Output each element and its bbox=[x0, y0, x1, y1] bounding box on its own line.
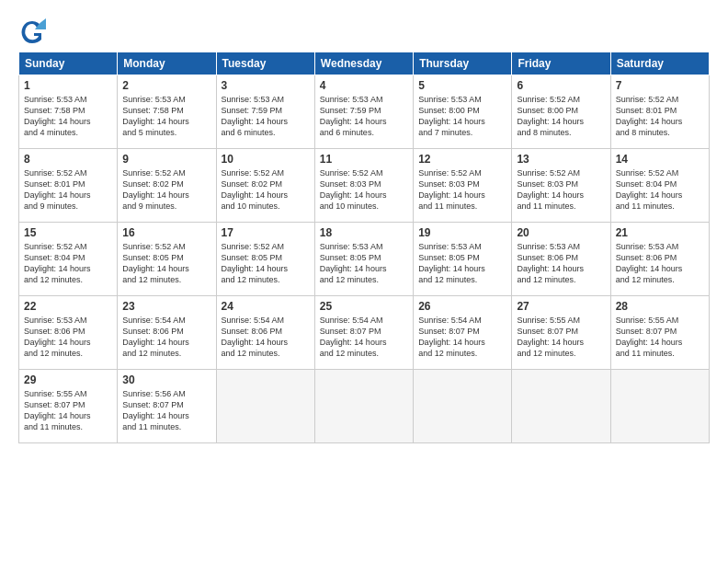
cell-info: Sunrise: 5:54 AMSunset: 8:07 PMDaylight:… bbox=[320, 315, 408, 360]
cell-info: Sunrise: 5:53 AMSunset: 8:00 PMDaylight:… bbox=[418, 94, 506, 139]
calendar-cell: 9Sunrise: 5:52 AMSunset: 8:02 PMDaylight… bbox=[118, 149, 216, 223]
calendar-cell: 17Sunrise: 5:52 AMSunset: 8:05 PMDayligh… bbox=[216, 223, 314, 296]
calendar-cell: 26Sunrise: 5:54 AMSunset: 8:07 PMDayligh… bbox=[414, 296, 512, 370]
day-number: 30 bbox=[122, 373, 210, 386]
cell-info: Sunrise: 5:53 AMSunset: 7:59 PMDaylight:… bbox=[222, 94, 310, 139]
day-number: 9 bbox=[122, 153, 210, 166]
calendar-cell: 6Sunrise: 5:52 AMSunset: 8:00 PMDaylight… bbox=[512, 75, 610, 149]
calendar-cell: 21Sunrise: 5:53 AMSunset: 8:06 PMDayligh… bbox=[610, 223, 709, 296]
weekday-header-thursday: Thursday bbox=[414, 52, 512, 75]
calendar-cell: 2Sunrise: 5:53 AMSunset: 7:58 PMDaylight… bbox=[118, 75, 216, 149]
calendar-row-0: 1Sunrise: 5:53 AMSunset: 7:58 PMDaylight… bbox=[19, 75, 710, 149]
day-number: 1 bbox=[24, 79, 112, 92]
day-number: 13 bbox=[517, 153, 605, 166]
cell-info: Sunrise: 5:52 AMSunset: 8:01 PMDaylight:… bbox=[24, 167, 112, 213]
cell-info: Sunrise: 5:55 AMSunset: 8:07 PMDaylight:… bbox=[24, 388, 112, 433]
day-number: 16 bbox=[122, 226, 210, 239]
cell-info: Sunrise: 5:54 AMSunset: 8:06 PMDaylight:… bbox=[222, 315, 310, 360]
day-number: 20 bbox=[517, 226, 605, 239]
weekday-header-row: SundayMondayTuesdayWednesdayThursdayFrid… bbox=[19, 52, 710, 75]
calendar-cell: 19Sunrise: 5:53 AMSunset: 8:05 PMDayligh… bbox=[414, 223, 512, 296]
day-number: 23 bbox=[122, 300, 210, 313]
calendar-row-2: 15Sunrise: 5:52 AMSunset: 8:04 PMDayligh… bbox=[19, 223, 710, 296]
cell-info: Sunrise: 5:53 AMSunset: 7:58 PMDaylight:… bbox=[24, 94, 112, 139]
day-number: 27 bbox=[517, 300, 605, 313]
cell-info: Sunrise: 5:52 AMSunset: 8:04 PMDaylight:… bbox=[616, 167, 704, 213]
day-number: 5 bbox=[418, 79, 506, 92]
calendar-cell bbox=[610, 370, 709, 443]
day-number: 11 bbox=[320, 153, 408, 166]
calendar-cell: 10Sunrise: 5:52 AMSunset: 8:02 PMDayligh… bbox=[216, 149, 314, 223]
cell-info: Sunrise: 5:52 AMSunset: 8:01 PMDaylight:… bbox=[616, 94, 704, 139]
cell-info: Sunrise: 5:53 AMSunset: 8:06 PMDaylight:… bbox=[616, 241, 704, 286]
cell-info: Sunrise: 5:53 AMSunset: 8:05 PMDaylight:… bbox=[418, 241, 506, 286]
cell-info: Sunrise: 5:52 AMSunset: 8:02 PMDaylight:… bbox=[122, 167, 210, 213]
cell-info: Sunrise: 5:52 AMSunset: 8:03 PMDaylight:… bbox=[517, 167, 605, 213]
calendar-cell: 8Sunrise: 5:52 AMSunset: 8:01 PMDaylight… bbox=[19, 149, 118, 223]
cell-info: Sunrise: 5:53 AMSunset: 7:58 PMDaylight:… bbox=[122, 94, 210, 139]
day-number: 18 bbox=[320, 226, 408, 239]
calendar-cell: 5Sunrise: 5:53 AMSunset: 8:00 PMDaylight… bbox=[414, 75, 512, 149]
calendar-cell bbox=[414, 370, 512, 443]
calendar-cell bbox=[216, 370, 314, 443]
calendar-row-1: 8Sunrise: 5:52 AMSunset: 8:01 PMDaylight… bbox=[19, 149, 710, 223]
calendar-cell bbox=[512, 370, 610, 443]
calendar-row-3: 22Sunrise: 5:53 AMSunset: 8:06 PMDayligh… bbox=[19, 296, 710, 370]
calendar-cell: 28Sunrise: 5:55 AMSunset: 8:07 PMDayligh… bbox=[610, 296, 709, 370]
day-number: 25 bbox=[320, 300, 408, 313]
calendar-cell: 1Sunrise: 5:53 AMSunset: 7:58 PMDaylight… bbox=[19, 75, 118, 149]
day-number: 24 bbox=[222, 300, 310, 313]
calendar-cell: 25Sunrise: 5:54 AMSunset: 8:07 PMDayligh… bbox=[314, 296, 413, 370]
cell-info: Sunrise: 5:52 AMSunset: 8:05 PMDaylight:… bbox=[122, 241, 210, 286]
cell-info: Sunrise: 5:53 AMSunset: 7:59 PMDaylight:… bbox=[320, 94, 408, 139]
calendar-cell: 3Sunrise: 5:53 AMSunset: 7:59 PMDaylight… bbox=[216, 75, 314, 149]
calendar-cell: 4Sunrise: 5:53 AMSunset: 7:59 PMDaylight… bbox=[314, 75, 413, 149]
calendar-row-4: 29Sunrise: 5:55 AMSunset: 8:07 PMDayligh… bbox=[19, 370, 710, 443]
day-number: 4 bbox=[320, 79, 408, 92]
day-number: 12 bbox=[418, 153, 506, 166]
weekday-header-wednesday: Wednesday bbox=[314, 52, 413, 75]
calendar-cell: 11Sunrise: 5:52 AMSunset: 8:03 PMDayligh… bbox=[314, 149, 413, 223]
cell-info: Sunrise: 5:53 AMSunset: 8:05 PMDaylight:… bbox=[320, 241, 408, 286]
calendar-cell: 22Sunrise: 5:53 AMSunset: 8:06 PMDayligh… bbox=[19, 296, 118, 370]
cell-info: Sunrise: 5:54 AMSunset: 8:06 PMDaylight:… bbox=[122, 315, 210, 360]
day-number: 17 bbox=[222, 226, 310, 239]
cell-info: Sunrise: 5:55 AMSunset: 8:07 PMDaylight:… bbox=[616, 315, 704, 360]
weekday-header-tuesday: Tuesday bbox=[216, 52, 314, 75]
cell-info: Sunrise: 5:53 AMSunset: 8:06 PMDaylight:… bbox=[24, 315, 112, 360]
day-number: 6 bbox=[517, 79, 605, 92]
day-number: 3 bbox=[222, 79, 310, 92]
calendar-cell: 20Sunrise: 5:53 AMSunset: 8:06 PMDayligh… bbox=[512, 223, 610, 296]
day-number: 22 bbox=[24, 300, 112, 313]
calendar-cell: 16Sunrise: 5:52 AMSunset: 8:05 PMDayligh… bbox=[118, 223, 216, 296]
calendar-cell: 7Sunrise: 5:52 AMSunset: 8:01 PMDaylight… bbox=[610, 75, 709, 149]
day-number: 8 bbox=[24, 153, 112, 166]
day-number: 2 bbox=[122, 79, 210, 92]
logo-icon bbox=[18, 17, 46, 44]
cell-info: Sunrise: 5:52 AMSunset: 8:04 PMDaylight:… bbox=[24, 241, 112, 286]
day-number: 19 bbox=[418, 226, 506, 239]
calendar-cell: 14Sunrise: 5:52 AMSunset: 8:04 PMDayligh… bbox=[610, 149, 709, 223]
day-number: 7 bbox=[616, 79, 704, 92]
logo bbox=[18, 17, 50, 44]
calendar: SundayMondayTuesdayWednesdayThursdayFrid… bbox=[18, 52, 710, 443]
cell-info: Sunrise: 5:52 AMSunset: 8:02 PMDaylight:… bbox=[222, 167, 310, 213]
calendar-cell bbox=[314, 370, 413, 443]
calendar-cell: 15Sunrise: 5:52 AMSunset: 8:04 PMDayligh… bbox=[19, 223, 118, 296]
calendar-cell: 13Sunrise: 5:52 AMSunset: 8:03 PMDayligh… bbox=[512, 149, 610, 223]
calendar-cell: 24Sunrise: 5:54 AMSunset: 8:06 PMDayligh… bbox=[216, 296, 314, 370]
cell-info: Sunrise: 5:53 AMSunset: 8:06 PMDaylight:… bbox=[517, 241, 605, 286]
day-number: 10 bbox=[222, 153, 310, 166]
page: SundayMondayTuesdayWednesdayThursdayFrid… bbox=[0, 0, 728, 563]
day-number: 26 bbox=[418, 300, 506, 313]
cell-info: Sunrise: 5:52 AMSunset: 8:05 PMDaylight:… bbox=[222, 241, 310, 286]
calendar-cell: 30Sunrise: 5:56 AMSunset: 8:07 PMDayligh… bbox=[118, 370, 216, 443]
day-number: 21 bbox=[616, 226, 704, 239]
cell-info: Sunrise: 5:52 AMSunset: 8:03 PMDaylight:… bbox=[320, 167, 408, 213]
day-number: 15 bbox=[24, 226, 112, 239]
calendar-cell: 29Sunrise: 5:55 AMSunset: 8:07 PMDayligh… bbox=[19, 370, 118, 443]
cell-info: Sunrise: 5:55 AMSunset: 8:07 PMDaylight:… bbox=[517, 315, 605, 360]
header bbox=[18, 17, 710, 44]
day-number: 28 bbox=[616, 300, 704, 313]
weekday-header-friday: Friday bbox=[512, 52, 610, 75]
